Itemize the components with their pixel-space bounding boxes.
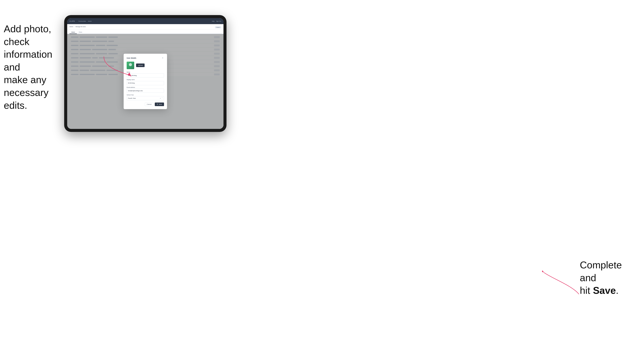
annotation-left: Add photo, check information and make an… — [4, 23, 60, 112]
tablet-device: CLIPD Communities Admin Help Sign Out Ad… — [64, 15, 226, 132]
breadcrumb: Admin > Manage All Users — [70, 26, 86, 27]
breadcrumb-admin[interactable]: Admin — [70, 26, 73, 27]
tablet-screen: CLIPD Communities Admin Help Sign Out Ad… — [67, 18, 224, 129]
tabs-bar: Users Roles — [67, 29, 224, 34]
tab-roles[interactable]: Roles — [77, 31, 84, 34]
breadcrumb-sep: > — [74, 26, 75, 27]
upload-photo-button[interactable]: Upload — [136, 63, 144, 67]
annotation-arrow-right — [542, 271, 580, 295]
email-field-group: Email address — [127, 87, 164, 93]
app-nav: Communities Admin — [78, 20, 92, 22]
name-field-group: Name — [127, 71, 164, 78]
nav-admin[interactable]: Admin — [88, 20, 92, 22]
sub-header-right: Export — [215, 25, 221, 28]
main-content: User details × Upload Name — [67, 34, 224, 129]
modal-title: User details — [127, 57, 136, 59]
select-clear-icon[interactable]: × — [160, 97, 161, 99]
annotation-right: Complete and hit Save. — [580, 259, 640, 297]
app-logo: CLIPD — [70, 20, 75, 22]
avatar — [127, 62, 134, 69]
school-year-field-group: School Year Fourth Year × ⌃ — [127, 94, 164, 100]
save-button[interactable]: ⬆ Save — [155, 103, 164, 106]
chevron-down-icon[interactable]: ⌃ — [162, 97, 163, 99]
school-year-value: Fourth Year — [128, 97, 136, 99]
display-name-input[interactable] — [127, 81, 164, 85]
user-details-modal: User details × Upload Name — [124, 54, 167, 109]
tab-users[interactable]: Users — [70, 31, 77, 34]
app-header-right: Help Sign Out — [212, 20, 221, 22]
school-year-label: School Year — [127, 94, 164, 96]
name-label: Name — [127, 71, 164, 73]
avatar-section: Upload — [127, 62, 164, 69]
display-name-label: Display name — [127, 79, 164, 80]
select-controls: × ⌃ — [160, 97, 163, 99]
modal-header: User details × — [127, 57, 164, 59]
save-label: Save — [159, 103, 162, 105]
name-input[interactable] — [127, 73, 164, 77]
avatar-image — [127, 62, 134, 69]
nav-help[interactable]: Help — [212, 20, 214, 22]
app-header: CLIPD Communities Admin Help Sign Out — [67, 18, 224, 24]
modal-footer: Cancel ⬆ Save — [127, 103, 164, 106]
email-label: Email address — [127, 87, 164, 88]
nav-signout[interactable]: Sign Out — [216, 20, 221, 22]
save-icon: ⬆ — [157, 103, 158, 105]
modal-overlay: User details × Upload Name — [67, 34, 224, 129]
display-name-field-group: Display name — [127, 79, 164, 85]
sub-header: Admin > Manage All Users Export — [67, 24, 224, 29]
cancel-button[interactable]: Cancel — [145, 103, 154, 106]
export-button[interactable]: Export — [215, 26, 221, 28]
breadcrumb-manage-users[interactable]: Manage All Users — [76, 26, 86, 27]
nav-communities[interactable]: Communities — [78, 20, 86, 22]
school-year-select[interactable]: Fourth Year × ⌃ — [127, 96, 164, 100]
modal-close-button[interactable]: × — [162, 57, 164, 59]
email-input[interactable] — [127, 89, 164, 93]
